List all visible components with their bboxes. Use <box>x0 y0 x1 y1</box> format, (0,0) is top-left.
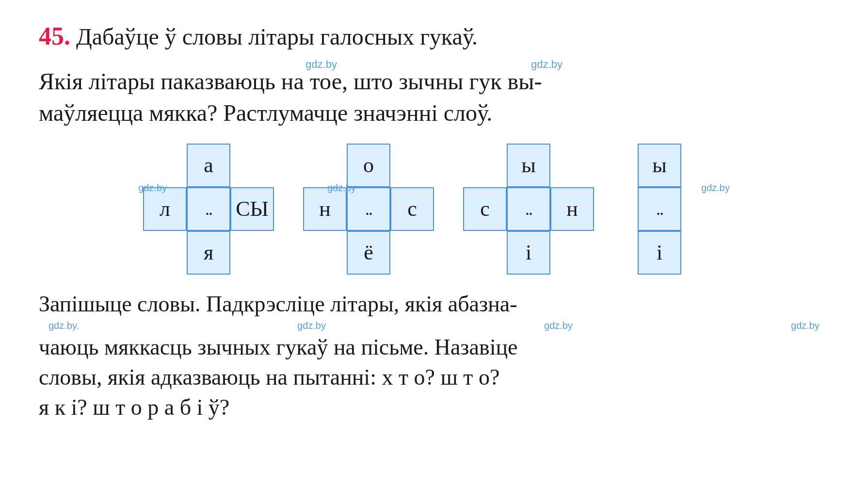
task-text-line1: Дабаўце ў словы літары галосных гукаў. <box>70 24 478 49</box>
task-text-line3: маўляецца мякка? Растлумачце значэнні сл… <box>39 100 492 126</box>
cross-grid-3a: ы с .. н i <box>463 144 594 275</box>
cell-empty <box>303 144 347 187</box>
cell-center-3b: .. <box>638 187 681 231</box>
bottom-line2: чаюць мяккасць зычных гукаў на пісьме. Н… <box>39 335 518 359</box>
bottom-text: Запішыце словы. Падкрэсліце літары, якія… <box>39 289 829 423</box>
cell-left-2: н <box>303 187 347 231</box>
cell-top-3b: ы <box>638 144 681 187</box>
cell-center-2: .. <box>347 187 390 231</box>
watermark-bottom-2: gdz.by <box>297 319 326 332</box>
cell-bottom-3b: i <box>638 231 681 275</box>
watermark-header-2: gdz.by <box>531 58 563 71</box>
cell-right-3a: н <box>550 187 594 231</box>
puzzle2: gdz.by о н .. с ё <box>303 144 434 275</box>
watermark-bottom-1: gdz.by. <box>48 319 79 332</box>
puzzles-section: gdz.by а л .. СЫ я gdz.by о <box>39 144 829 275</box>
cross-grid-2: о н .. с ё <box>303 144 434 275</box>
cell-empty <box>681 187 725 231</box>
cross-grid-3b: ы .. i <box>594 144 725 275</box>
watermark-puzzle3: gdz.by <box>701 182 730 194</box>
cell-empty <box>681 231 725 275</box>
cell-empty <box>594 144 638 187</box>
cell-bottom-1: я <box>187 231 230 275</box>
cell-bottom-2: ё <box>347 231 390 275</box>
cell-empty <box>594 187 638 231</box>
cell-right-1: СЫ <box>230 187 274 231</box>
puzzle3b: gdz.by ы .. i <box>594 144 725 275</box>
puzzle1: gdz.by а л .. СЫ я <box>143 144 274 275</box>
puzzle3a: ы с .. н i <box>463 144 594 275</box>
cell-empty <box>230 144 274 187</box>
puzzle3-group: ы с .. н i gdz.by ы .. <box>463 144 725 275</box>
cell-empty <box>463 144 507 187</box>
cell-left-1: л <box>143 187 187 231</box>
bottom-line3: словы, якія адказваюць на пытанні: х т о… <box>39 365 499 390</box>
cell-empty <box>390 231 434 275</box>
cell-empty <box>143 144 187 187</box>
cell-empty <box>230 231 274 275</box>
cell-empty <box>681 144 725 187</box>
task-number: 45. <box>39 22 70 50</box>
cell-top-3a: ы <box>507 144 550 187</box>
cell-left-3a: с <box>463 187 507 231</box>
bottom-line4: я к і? ш т о р а б і ў? <box>39 395 229 420</box>
page-content: 45. Дабаўце ў словы літары галосных гука… <box>0 0 868 442</box>
watermark-puzzle2: gdz.by <box>327 182 356 194</box>
cell-empty <box>463 231 507 275</box>
watermark-bottom-4: gdz.by <box>791 319 820 332</box>
cell-empty <box>594 231 638 275</box>
cell-top-2: о <box>347 144 390 187</box>
cell-empty <box>550 144 594 187</box>
cell-empty <box>143 231 187 275</box>
cell-center-1: .. <box>187 187 230 231</box>
task-text-lines: Якія літары паказваюць на тое, што зычны… <box>39 66 829 129</box>
cell-empty <box>550 231 594 275</box>
watermark-header-1: gdz.by <box>305 58 337 71</box>
task-header: 45. Дабаўце ў словы літары галосных гука… <box>39 19 829 53</box>
watermark-bottom-3: gdz.by <box>544 319 573 332</box>
task-text-line2: Якія літары паказваюць на тое, што зычны… <box>39 68 542 94</box>
cell-top-1: а <box>187 144 230 187</box>
cell-bottom-3a: i <box>507 231 550 275</box>
cell-empty <box>390 144 434 187</box>
cell-right-2: с <box>390 187 434 231</box>
cross-grid-1: а л .. СЫ я <box>143 144 274 275</box>
cell-empty <box>303 231 347 275</box>
bottom-line1: Запішыце словы. Падкрэсліце літары, якія… <box>39 292 517 316</box>
watermark-puzzle1: gdz.by <box>138 182 167 194</box>
cell-center-3a: .. <box>507 187 550 231</box>
